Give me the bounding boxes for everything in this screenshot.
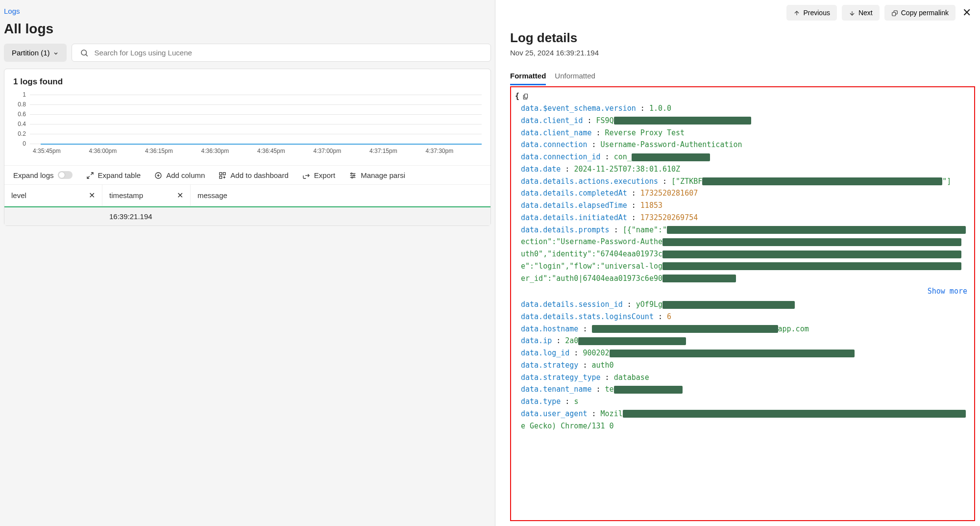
log-key: data.user_agent (521, 409, 587, 418)
column-timestamp[interactable]: timestamp ✕ (102, 185, 191, 206)
log-value: app.com (778, 325, 809, 333)
redacted (662, 238, 961, 246)
log-value: yOf9Lg (636, 300, 662, 309)
log-value: er_id":"auth0|67404eaa01973c6e90 (521, 274, 662, 283)
tab-unformatted[interactable]: Unformatted (555, 72, 595, 85)
manage-parsing-button[interactable]: Manage parsi (349, 171, 405, 179)
svg-rect-7 (220, 173, 222, 175)
log-value: 2024-11-25T07:38:01.610Z (574, 165, 680, 174)
y-tick: 0.4 (13, 121, 26, 127)
close-icon[interactable]: ✕ (177, 191, 183, 200)
log-key: data.details.prompts (521, 225, 610, 234)
log-value: 6 (667, 312, 671, 321)
log-value: 900202 (583, 349, 609, 357)
log-value: 1.0.0 (649, 104, 671, 113)
breadcrumb-logs-link[interactable]: Logs (4, 7, 20, 15)
link-icon (891, 9, 898, 17)
y-tick: 0.6 (13, 111, 26, 118)
log-value: con_ (614, 152, 632, 161)
redacted (667, 226, 966, 234)
show-more-link[interactable]: Show more (515, 284, 970, 299)
partition-dropdown[interactable]: Partition (1) (4, 44, 67, 62)
dashboard-add-icon (219, 171, 226, 179)
partition-label: Partition (1) (12, 49, 50, 57)
x-tick: 4:35:45pm (33, 148, 89, 154)
copy-permalink-button[interactable]: Copy permalink (884, 5, 956, 21)
tab-formatted[interactable]: Formatted (510, 72, 546, 85)
log-value: 2a0 (565, 336, 578, 345)
add-to-dashboard-button[interactable]: Add to dashboard (219, 171, 288, 179)
log-value: FS9Q (596, 116, 614, 125)
detail-title: Log details (510, 30, 965, 46)
y-tick: 1 (13, 91, 26, 98)
log-value: e Gecko) Chrome/131 0 (521, 422, 614, 430)
svg-point-16 (351, 173, 352, 175)
chart-line (41, 144, 482, 145)
column-level[interactable]: level ✕ (4, 185, 102, 206)
x-tick: 4:37:00pm (314, 148, 370, 154)
redacted (632, 153, 710, 161)
table-row[interactable]: 16:39:21.194 (4, 207, 490, 225)
redacted (614, 386, 683, 394)
redacted (662, 262, 961, 270)
svg-rect-21 (892, 13, 895, 16)
svg-rect-8 (223, 173, 226, 175)
close-icon[interactable]: ✕ (89, 191, 95, 200)
column-timestamp-label: timestamp (109, 191, 143, 200)
column-message[interactable]: message (191, 185, 490, 206)
previous-button[interactable]: Previous (786, 5, 836, 21)
redacted (623, 410, 966, 418)
log-value: 11853 (640, 201, 662, 210)
toggle-icon (58, 171, 73, 179)
y-tick: 0.2 (13, 130, 26, 137)
log-value: 1732520281607 (640, 189, 698, 198)
log-json-viewer: { data.$event_schema.version : 1.0.0 dat… (510, 86, 975, 521)
chevron-down-icon (53, 49, 59, 57)
close-icon[interactable]: ✕ (960, 6, 973, 19)
next-button[interactable]: Next (842, 5, 880, 21)
log-value: uth0","identity":"67404eaa01973c (521, 250, 662, 258)
log-key: data.client_name (521, 128, 592, 137)
search-icon (80, 48, 89, 57)
svg-point-0 (81, 50, 87, 55)
expand-logs-toggle[interactable]: Expand logs (13, 171, 73, 179)
parsing-icon (349, 171, 357, 179)
results-toolbar: Expand logs Expand table Add column Add … (4, 165, 490, 185)
redacted (610, 350, 855, 357)
results-card: 1 logs found 1 0.8 0.6 0.4 0.2 0 4:35:45… (4, 69, 491, 226)
log-details-pane: Previous Next Copy permalink ✕ Log detai… (495, 0, 980, 526)
svg-point-18 (351, 177, 353, 178)
search-input[interactable] (95, 49, 483, 57)
log-key: data.details.actions.executions (521, 177, 658, 186)
next-label: Next (858, 9, 873, 17)
log-value: database (614, 373, 649, 382)
log-value: auth0 (592, 361, 614, 370)
svg-rect-9 (220, 176, 222, 178)
y-tick: 0 (13, 140, 26, 147)
arrow-up-icon (793, 9, 800, 17)
detail-subtitle: Nov 25, 2024 16:39:21.194 (510, 49, 965, 57)
cell-level (4, 207, 102, 225)
redacted (662, 250, 961, 258)
log-key: data.details.completedAt (521, 189, 627, 198)
cell-message (191, 207, 490, 225)
copy-icon[interactable] (522, 90, 529, 102)
search-box[interactable] (72, 44, 491, 62)
found-count: 1 logs found (4, 69, 490, 95)
redacted (578, 337, 686, 345)
svg-rect-22 (525, 94, 528, 98)
log-value: e":"login","flow":"universal-log (521, 262, 662, 271)
add-column-button[interactable]: Add column (154, 171, 205, 179)
filter-row: Partition (1) (0, 44, 495, 69)
log-key: data.date (521, 165, 561, 174)
log-value: te (605, 385, 614, 394)
svg-line-1 (86, 54, 87, 56)
log-value: "] (942, 177, 951, 186)
svg-line-2 (91, 173, 93, 175)
detail-topbar: Previous Next Copy permalink ✕ (495, 0, 980, 25)
x-tick: 4:36:15pm (145, 148, 201, 154)
log-value: [{"name":" (623, 225, 667, 234)
add-dashboard-label: Add to dashboard (230, 171, 288, 179)
expand-table-button[interactable]: Expand table (86, 171, 141, 179)
export-button[interactable]: Export (302, 171, 335, 179)
